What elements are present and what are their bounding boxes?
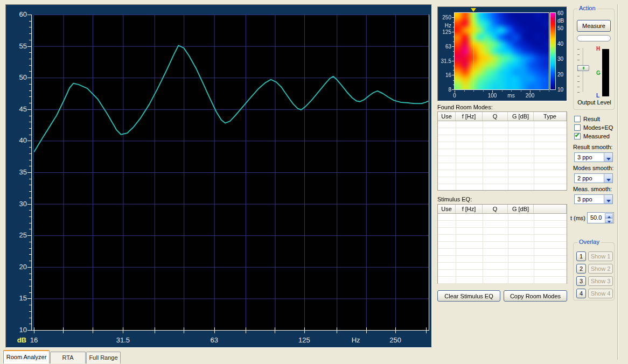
table-row[interactable] [438, 142, 567, 149]
spectrogram-heatmap[interactable] [455, 13, 549, 89]
clear-stimulus-eq-button[interactable]: Clear Stimulus EQ [437, 290, 500, 302]
table-row[interactable] [438, 170, 567, 177]
y-tick [29, 33, 31, 34]
colorbar-label: 40 [557, 41, 563, 47]
found-room-modes-table[interactable]: Usef [Hz]QG [dB]Type [437, 111, 567, 191]
overlay-4-button[interactable]: 4 [576, 289, 586, 298]
column-header: f [Hz] [456, 112, 483, 121]
table-row[interactable] [438, 149, 567, 156]
column-header: G [dB] [508, 205, 534, 213]
slider-tick [577, 65, 580, 66]
tab-rta[interactable]: RTA [50, 352, 86, 363]
measure-button[interactable]: Measure [577, 20, 611, 32]
overlay-2-button[interactable]: 2 [576, 264, 586, 274]
checkbox-result-box[interactable] [574, 116, 581, 122]
y-tick [29, 128, 31, 129]
table-row[interactable] [438, 256, 567, 263]
table-row[interactable] [438, 249, 567, 256]
spec-x-label: 100 [484, 93, 500, 99]
table-row[interactable] [438, 184, 567, 191]
modes-smooth-select[interactable]: 2 ppo [574, 173, 613, 183]
vertical-divider-highlight [618, 4, 618, 360]
table-row[interactable] [438, 235, 567, 242]
y-tick-label: 30 [11, 200, 27, 208]
chevron-down-icon[interactable] [604, 195, 612, 204]
x-tick [214, 327, 215, 333]
spec-y-minor-tick [453, 37, 454, 37]
y-tick [27, 15, 31, 15]
meter-letter-h: H [596, 46, 600, 52]
show-1-button[interactable]: Show 1 [588, 251, 613, 261]
y-tick [29, 122, 31, 122]
table-row[interactable] [438, 156, 567, 163]
column-header: f [Hz] [456, 205, 483, 213]
checkbox-measured[interactable]: Measured [574, 133, 616, 141]
show-2-button[interactable]: Show 2 [588, 264, 613, 274]
tab-full-range[interactable]: Full Range [86, 352, 121, 363]
spec-y-label: 8 [438, 87, 451, 93]
spec-y-minor-tick [453, 51, 454, 52]
overlay-3-button[interactable]: 3 [576, 276, 586, 286]
spin-up-button[interactable] [605, 213, 613, 218]
slider-tick [577, 49, 580, 50]
spec-y-tick [452, 17, 454, 18]
checkbox-measured-box[interactable] [574, 133, 581, 139]
spec-y-minor-tick [453, 41, 454, 42]
spec-y-minor-tick [453, 80, 454, 81]
x-tick-label: 31.5 [111, 336, 135, 344]
column-header: Q [483, 112, 508, 121]
table-row[interactable] [438, 135, 567, 142]
spin-down-button[interactable] [605, 218, 613, 223]
y-tick [29, 185, 31, 185]
y-tick [29, 305, 31, 305]
spec-y-minor-tick [453, 56, 454, 57]
spec-x-minor-tick [502, 90, 503, 92]
y-tick-label: 55 [11, 42, 27, 50]
time-marker-icon[interactable] [471, 8, 476, 12]
table-row[interactable] [438, 270, 567, 277]
measure-progress-bar [577, 35, 611, 41]
frequency-response-plot[interactable] [34, 15, 429, 330]
spec-y-tick [452, 75, 454, 75]
result-smooth-select[interactable]: 3 ppo [574, 152, 613, 162]
table-row[interactable] [438, 214, 567, 221]
y-tick [29, 40, 31, 40]
y-tick [29, 254, 31, 255]
table-row[interactable] [438, 128, 567, 135]
table-row[interactable] [438, 163, 567, 170]
chevron-down-icon[interactable] [604, 174, 612, 183]
table-row[interactable] [438, 221, 567, 228]
time-ms-spinner[interactable]: 50.0 [587, 212, 614, 223]
checkbox-modes-eq[interactable]: Modes+EQ [574, 124, 616, 132]
y-tick [27, 330, 31, 331]
y-tick-label: 10 [11, 326, 27, 334]
y-tick [29, 96, 31, 97]
spec-x-minor-tick [483, 90, 484, 92]
show-4-button[interactable]: Show 4 [588, 289, 613, 298]
table-row[interactable] [438, 263, 567, 270]
table-row[interactable] [438, 228, 567, 235]
table-row[interactable] [438, 242, 567, 249]
spectrogram-panel: 250Hz1256331.51680100ms20060dB5040302010 [437, 6, 567, 101]
tab-room-analyzer[interactable]: Room Analyzer [3, 350, 50, 363]
meas-smooth-value: 3 ppo [577, 196, 592, 202]
checkbox-modes-eq-box[interactable] [574, 124, 581, 131]
slider-tick [577, 71, 580, 71]
overlay-1-button[interactable]: 1 [576, 251, 586, 261]
show-3-button[interactable]: Show 3 [588, 276, 613, 286]
y-tick [27, 78, 31, 78]
table-row[interactable] [438, 121, 567, 128]
y-tick [29, 27, 31, 27]
stimulus-eq-table[interactable]: Usef [Hz]QG [dB] [437, 204, 567, 284]
chevron-down-icon[interactable] [604, 153, 612, 162]
column-header: G [dB] [508, 112, 534, 121]
copy-room-modes-button[interactable]: Copy Room Modes [504, 290, 567, 302]
checkbox-result[interactable]: Result [574, 116, 616, 123]
meas-smooth-select[interactable]: 3 ppo [574, 194, 613, 204]
y-tick [29, 71, 31, 72]
y-tick [29, 90, 31, 91]
y-tick [29, 166, 31, 166]
table-row[interactable] [438, 277, 567, 284]
table-row[interactable] [438, 177, 567, 184]
y-tick [29, 248, 31, 249]
